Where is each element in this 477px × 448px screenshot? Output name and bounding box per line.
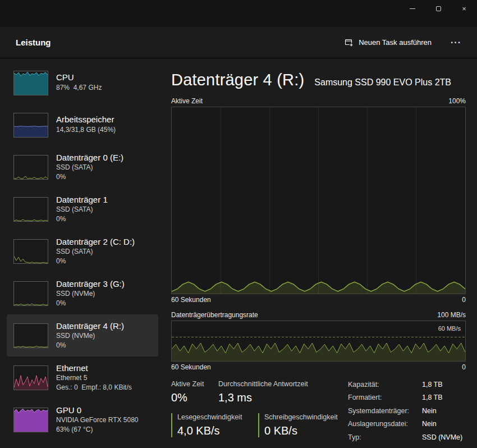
active-time-axis-right: 0 xyxy=(462,296,466,304)
sidebar-item-title: Datenträger 1 xyxy=(56,195,108,205)
sidebar-item-detail: SSD (NVMe) xyxy=(56,332,124,341)
disk-title: Datenträger 4 (R:) xyxy=(171,71,304,89)
close-icon: × xyxy=(462,4,466,13)
sidebar-item-detail: 87% 4,67 GHz xyxy=(56,84,102,93)
sidebar-item-detail: 0% xyxy=(56,215,108,224)
sidebar-item-disk-1[interactable]: Datenträger 1 SSD (SATA) 0% xyxy=(7,188,158,230)
window-controls: × xyxy=(400,0,477,17)
cpu-mini-chart xyxy=(13,71,48,95)
sidebar-item-cpu[interactable]: CPU 87% 4,67 GHz xyxy=(7,62,158,104)
sidebar-item-title: GPU 0 xyxy=(56,405,139,416)
active-time-chart-max: 100% xyxy=(448,97,466,105)
sidebar-item-disk-2[interactable]: Datenträger 2 (C: D:) SSD (SATA) 0% xyxy=(7,230,158,272)
memory-mini-chart xyxy=(13,113,48,138)
avg-response-time-stat: Durchschnittliche Antwortzeit 1,3 ms xyxy=(218,380,336,404)
gpu-mini-chart xyxy=(13,408,48,432)
sidebar-item-gpu[interactable]: GPU 0 NVIDIA GeForce RTX 5080 63% (67 °C… xyxy=(7,399,158,441)
detail-page-file: Auslagerungsdatei: Nein xyxy=(348,420,466,428)
transfer-rate-axis-right: 0 xyxy=(462,363,466,371)
maximize-button[interactable] xyxy=(425,0,451,17)
sidebar-item-disk-3[interactable]: Datenträger 3 (G:) SSD (NVMe) 0% xyxy=(7,272,158,314)
disk-model: Samsung SSD 990 EVO Plus 2TB xyxy=(314,77,451,88)
sidebar-item-memory[interactable]: Arbeitsspeicher 14,3/31,8 GB (45%) xyxy=(7,104,158,146)
sidebar-item-detail: 0% xyxy=(56,341,124,350)
sidebar-item-detail: SSD (SATA) xyxy=(56,248,135,257)
sidebar-item-title: Datenträger 3 (G:) xyxy=(56,279,125,290)
page-title: Leistung xyxy=(16,38,51,47)
detail-formatted: Formatiert: 1,8 TB xyxy=(348,394,466,401)
transfer-rate-threshold-label: 60 MB/s xyxy=(438,325,461,332)
more-options-icon: ··· xyxy=(451,38,461,47)
close-button[interactable]: × xyxy=(451,0,477,17)
sidebar-item-detail: Ethernet 5 xyxy=(56,374,132,383)
disk0-mini-chart xyxy=(13,155,48,180)
detail-capacity: Kapazität: 1,8 TB xyxy=(348,381,466,388)
disk3-mini-chart xyxy=(13,281,48,306)
detail-type: Typ: SSD (NVMe) xyxy=(348,433,466,441)
read-speed-stat: Lesegeschwindigkeit 4,0 KB/s xyxy=(171,413,258,437)
detail-system-disk: Systemdatenträger: Nein xyxy=(348,407,466,415)
window-titlebar: × xyxy=(0,0,477,27)
sidebar-item-disk-4[interactable]: Datenträger 4 (R:) SSD (NVMe) 0% xyxy=(7,314,158,356)
sidebar-item-detail: Ges.: 0 Empf.: 8,0 KBit/s xyxy=(56,383,132,392)
disk4-mini-chart xyxy=(13,323,48,348)
disk-detail-panel: Datenträger 4 (R:) Samsung SSD 990 EVO P… xyxy=(171,58,466,446)
sidebar-item-detail: 63% (67 °C) xyxy=(56,426,139,435)
sidebar-item-title: CPU xyxy=(56,72,102,83)
active-time-chart-label: Aktive Zeit xyxy=(171,97,203,105)
sidebar-item-detail: SSD (SATA) xyxy=(56,163,123,172)
disk1-mini-chart xyxy=(13,197,48,222)
active-time-chart xyxy=(171,107,466,294)
active-time-stat: Aktive Zeit 0% xyxy=(171,380,218,404)
new-task-icon xyxy=(345,38,354,47)
sidebar-item-detail: 0% xyxy=(56,173,123,182)
disk-details: Kapazität: 1,8 TB Formatiert: 1,8 TB Sys… xyxy=(348,380,466,446)
sidebar-item-detail: 0% xyxy=(56,299,125,308)
ethernet-mini-chart xyxy=(13,365,48,390)
sidebar-item-detail: SSD (NVMe) xyxy=(56,290,125,299)
transfer-rate-chart-max: 100 MB/s xyxy=(437,311,466,319)
write-speed-stat: Schreibgeschwindigkeit 0 KB/s xyxy=(258,413,345,437)
disk2-mini-chart xyxy=(13,239,48,264)
transfer-rate-chart: 60 MB/s xyxy=(171,321,466,362)
maximize-icon xyxy=(436,6,441,11)
sidebar-item-title: Datenträger 2 (C: D:) xyxy=(56,237,135,248)
transfer-rate-axis-left: 60 Sekunden xyxy=(171,363,211,371)
sidebar-item-ethernet[interactable]: Ethernet Ethernet 5 Ges.: 0 Empf.: 8,0 K… xyxy=(7,356,158,399)
sidebar-item-detail: 0% xyxy=(56,257,135,266)
active-time-axis-left: 60 Sekunden xyxy=(171,296,211,304)
app-header: Leistung Neuen Task ausführen ··· xyxy=(0,27,477,58)
sidebar-item-title: Arbeitsspeicher xyxy=(56,115,116,125)
sidebar-item-detail: 14,3/31,8 GB (45%) xyxy=(56,126,116,135)
sidebar-item-detail: SSD (SATA) xyxy=(56,205,108,214)
minimize-icon xyxy=(410,8,415,9)
run-new-task-label: Neuen Task ausführen xyxy=(359,38,432,47)
performance-sidebar: CPU 87% 4,67 GHz Arbeitsspeicher 14,3/31… xyxy=(0,58,165,448)
sidebar-item-title: Datenträger 0 (E:) xyxy=(56,153,123,163)
sidebar-item-detail: NVIDIA GeForce RTX 5080 xyxy=(56,416,139,425)
sidebar-item-disk-0[interactable]: Datenträger 0 (E:) SSD (SATA) 0% xyxy=(7,146,158,188)
more-options-button[interactable]: ··· xyxy=(445,35,467,50)
run-new-task-button[interactable]: Neuen Task ausführen xyxy=(339,35,437,51)
transfer-rate-chart-label: Datenträgerübertragungsrate xyxy=(171,311,258,319)
sidebar-item-title: Datenträger 4 (R:) xyxy=(56,321,124,332)
sidebar-item-title: Ethernet xyxy=(56,363,132,374)
minimize-button[interactable] xyxy=(400,0,425,17)
